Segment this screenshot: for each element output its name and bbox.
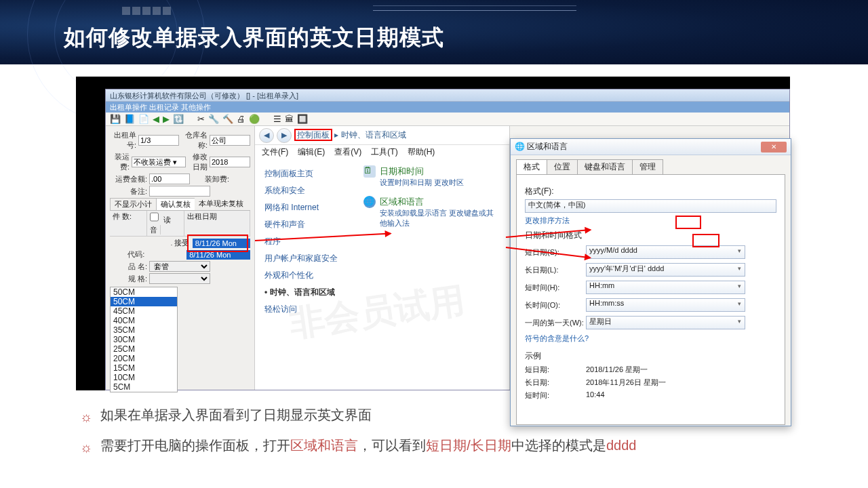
menu-view[interactable]: 查看(V): [334, 146, 361, 158]
sidebar-item-clock[interactable]: 时钟、语言和区域: [263, 284, 351, 301]
tab-hide[interactable]: 不显示小计: [110, 198, 157, 210]
label-ship: 装运费:: [110, 152, 130, 172]
ex-stime-val: 10:44: [586, 390, 605, 401]
select-format[interactable]: 中文(简体，中国): [525, 199, 776, 213]
building-icon[interactable]: 🏛: [285, 114, 294, 124]
breadcrumb-cp[interactable]: 控制面板: [294, 129, 332, 141]
tab-location[interactable]: 位置: [547, 159, 578, 174]
ex-sdate-val: 2018/11/26 星期一: [586, 365, 648, 375]
bullet-1: 如果在单据录入界面看到了日期显示英文界面: [100, 403, 372, 427]
page-icon[interactable]: 📄: [138, 114, 149, 124]
select-ldate[interactable]: yyyy'年'M'月'd'日' dddd: [586, 263, 745, 277]
cp-menubar[interactable]: 文件(F) 编辑(E) 查看(V) 工具(T) 帮助(H): [255, 145, 509, 159]
ex-stime-label: 短时间:: [525, 390, 586, 401]
refresh-icon[interactable]: 🔃: [173, 114, 184, 124]
label-mdate: 修改日期: [188, 152, 208, 172]
select-ltime[interactable]: HH:mm:ss: [586, 298, 745, 312]
globe-icon[interactable]: 🟢: [249, 114, 260, 124]
tab-keyboard[interactable]: 键盘和语言: [577, 159, 633, 174]
tool2-icon[interactable]: 🔨: [222, 114, 233, 124]
tab-admin[interactable]: 管理: [632, 159, 663, 174]
link-sort[interactable]: 更改排序方法: [525, 216, 776, 226]
ex-sdate-label: 短日期:: [525, 365, 586, 375]
highlight-datecell: [187, 235, 248, 252]
breadcrumb-clock[interactable]: 时钟、语言和区域: [341, 130, 406, 140]
list-item[interactable]: 5CM: [111, 382, 177, 392]
menu-file[interactable]: 文件(F): [262, 146, 288, 158]
sidebar-item-hardware[interactable]: 硬件和声音: [263, 216, 351, 233]
highlight-sdate-dddd: [675, 216, 701, 229]
sidebar-item-network[interactable]: 网络和 Internet: [263, 199, 351, 216]
pipe-icon[interactable]: 🔲: [297, 114, 308, 124]
sidebar-item-system[interactable]: 系统和安全: [263, 182, 351, 199]
cp-nav: ◀ ▶ 控制面板 ▸ 时钟、语言和区域: [255, 126, 509, 145]
tab-format[interactable]: 格式: [516, 159, 547, 174]
list-item[interactable]: 50CM: [111, 287, 177, 297]
book-icon[interactable]: 📘: [124, 114, 135, 124]
list-icon[interactable]: ☰: [273, 114, 281, 124]
cp-item-region[interactable]: 🌐区域和语言: [363, 196, 501, 208]
form-panel: 出租单号:仓库名称: 装运费:修改日期 运费金额:装卸费: 备注: 不显示小计 …: [106, 126, 255, 390]
label-ldate: 长日期(L):: [525, 265, 586, 275]
menu-tools[interactable]: 工具(T): [371, 146, 397, 158]
save-icon[interactable]: 💾: [110, 114, 121, 124]
tool-icon[interactable]: 🔧: [208, 114, 219, 124]
bullet-icon: ☼: [80, 435, 92, 460]
select-firstday[interactable]: 星期日: [586, 316, 745, 329]
input-bill[interactable]: [138, 135, 179, 146]
input-mdate[interactable]: [210, 157, 250, 167]
label-spec: 规 格:: [110, 274, 147, 284]
cp-item-datetime[interactable]: 🗓日期和时间: [363, 165, 501, 178]
label-format: 格式(F):: [525, 186, 776, 197]
cut-icon[interactable]: ✂: [197, 114, 205, 124]
sidebar-item-home[interactable]: 控制面板主页: [263, 165, 351, 182]
menu-edit[interactable]: 编辑(E): [298, 146, 325, 158]
menu-help[interactable]: 帮助(H): [408, 146, 435, 158]
list-item[interactable]: 20CM: [111, 354, 177, 363]
label-wh: 仓库名称:: [181, 130, 208, 150]
app-menu[interactable]: 出租单操作 出租记录 其他操作: [106, 102, 789, 113]
input-wh[interactable]: [210, 135, 250, 146]
select-sdate[interactable]: yyyy/M/d dddd: [586, 245, 745, 259]
print-icon[interactable]: 🖨: [237, 114, 245, 124]
list-item[interactable]: 10CM: [111, 373, 177, 382]
forward-icon[interactable]: ▶: [277, 128, 292, 143]
close-icon[interactable]: ✕: [761, 142, 787, 152]
label-amt: 运费金额:: [110, 174, 147, 184]
label-bill: 出租单号:: [110, 130, 136, 150]
list-item[interactable]: 45CM: [111, 306, 177, 316]
prev-icon[interactable]: ◀: [153, 114, 159, 124]
sidebar-item-ease[interactable]: 轻松访问: [263, 301, 351, 318]
link-symbols[interactable]: 符号的含意是什么?: [525, 333, 776, 344]
col-date: 出租日期: [184, 211, 250, 236]
chk-read[interactable]: [150, 211, 159, 222]
sidebar-item-users[interactable]: 用户帐户和家庭安全: [263, 250, 351, 267]
select-spec[interactable]: [149, 273, 210, 284]
tab-confirm[interactable]: 确认复核: [156, 198, 195, 210]
select-name[interactable]: 套管: [149, 261, 210, 272]
cp-item-datetime-sub[interactable]: 设置时间和日期 更改时区: [380, 178, 501, 188]
next-icon[interactable]: ▶: [163, 114, 170, 124]
list-item[interactable]: 35CM: [111, 325, 177, 335]
list-item[interactable]: 30CM: [111, 335, 177, 344]
slide-title: 如何修改单据录入界面的英文日期模式: [64, 23, 444, 53]
list-item[interactable]: 40CM: [111, 316, 177, 325]
cp-sidebar: 控制面板主页 系统和安全 网络和 Internet 硬件和声音 程序 用户帐户和…: [263, 165, 351, 318]
input-note[interactable]: [149, 186, 210, 197]
app-toolbar[interactable]: 💾 📘 📄 ◀ ▶ 🔃 ✂ 🔧 🔨 🖨 🟢 ☰ 🏛 🔲: [106, 113, 789, 126]
bullet-2: 需要打开电脑的操作面板，打开区域和语言，可以看到短日期/长日期中选择的模式是dd…: [100, 433, 636, 458]
region-dialog: 🌐 区域和语言 ✕ 格式 位置 键盘和语言 管理 格式(F): 中文(简体，中国…: [510, 138, 791, 426]
sidebar-item-appearance[interactable]: 外观和个性化: [263, 267, 351, 284]
cp-item-region-sub[interactable]: 安装或卸载显示语言 更改键盘或其他输入法: [380, 208, 501, 228]
list-item[interactable]: 15CM: [111, 363, 177, 373]
bullet-icon: ☼: [80, 405, 92, 429]
label-ltime: 长时间(O):: [525, 300, 586, 310]
select-ship[interactable]: [132, 157, 186, 167]
list-item[interactable]: 25CM: [111, 344, 177, 354]
select-stime[interactable]: HH:mm: [586, 281, 745, 294]
back-icon[interactable]: ◀: [259, 128, 274, 143]
list-item[interactable]: 50CM: [111, 297, 177, 306]
slide-header: 如何修改单据录入界面的英文日期模式: [0, 0, 868, 64]
input-amt[interactable]: [149, 174, 190, 184]
size-listbox[interactable]: 50CM 50CM 45CM 40CM 35CM 30CM 25CM 20CM …: [110, 287, 178, 392]
